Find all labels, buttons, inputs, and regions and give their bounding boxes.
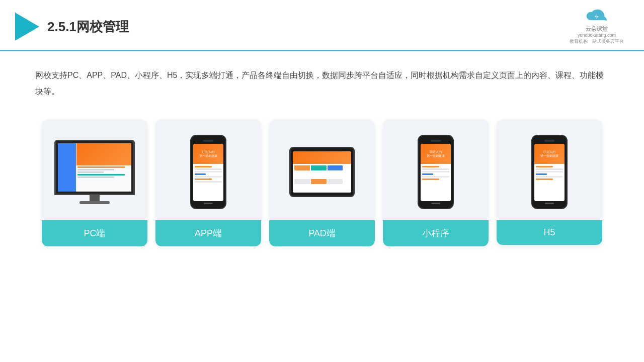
tab-block-3 — [328, 165, 343, 170]
h5-bar-4 — [536, 173, 547, 175]
pc-screen-top — [76, 143, 132, 165]
tab-block-5 — [311, 179, 327, 184]
miniapp-bar-3 — [422, 171, 449, 172]
app-card: 职达人的第一堂刷题课 APP端 — [155, 120, 261, 246]
phone-bar-2 — [195, 168, 222, 170]
pc-screen-bottom — [76, 165, 132, 192]
miniapp-bar-1 — [422, 166, 439, 167]
miniapp-image-area: 职达人的第一堂刷题课 — [383, 120, 489, 220]
h5-image-area: 职达人的第一堂刷题课 — [497, 120, 602, 220]
tablet-screen-bottom — [293, 164, 351, 193]
logo-triangle-icon — [15, 13, 39, 41]
miniapp-screen-top: 职达人的第一堂刷题课 — [421, 144, 451, 164]
h5-phone-screen: 职达人的第一堂刷题课 — [534, 144, 565, 201]
phone-notch — [203, 140, 213, 142]
phone-bar-7 — [195, 181, 222, 183]
miniapp-screen-top-text: 职达人的第一堂刷题课 — [427, 150, 445, 158]
header-right: 云朵课堂 yunduoketang.com 教育机构一站式服务云平台 — [570, 9, 624, 44]
h5-screen-bottom — [534, 164, 565, 201]
phone-screen-top-text: 职达人的第一堂刷题课 — [199, 150, 217, 158]
h5-card: 职达人的第一堂刷题课 H5 — [497, 120, 602, 246]
h5-screen-top: 职达人的第一堂刷题课 — [534, 144, 565, 164]
miniapp-bar-2 — [422, 168, 449, 170]
h5-bar-5 — [536, 176, 563, 177]
miniapp-screen-bottom — [421, 164, 451, 201]
miniapp-bar-5 — [422, 176, 449, 177]
pad-tablet-mockup — [289, 147, 355, 197]
miniapp-label: 小程序 — [383, 220, 489, 246]
pc-screen-content — [58, 143, 131, 192]
phone-bar-5 — [195, 176, 222, 177]
pc-label: PC端 — [42, 220, 147, 246]
phone-bar-6 — [195, 178, 212, 180]
pad-card: PAD端 — [269, 120, 375, 246]
miniapp-bar-4 — [422, 173, 433, 175]
h5-bar-3 — [536, 171, 563, 172]
h5-phone-notch — [544, 140, 554, 142]
miniapp-bar-6 — [422, 178, 439, 180]
pc-content-lines — [76, 165, 132, 179]
phone-bar-1 — [195, 166, 212, 167]
miniapp-phone-screen: 职达人的第一堂刷题课 — [421, 144, 451, 201]
platform-cards: PC端 职达人的第一堂刷题课 — [0, 110, 644, 261]
content-line-5 — [77, 176, 115, 178]
h5-bar-1 — [536, 166, 553, 167]
brand-slogan: 教育机构一站式服务云平台 — [570, 39, 624, 45]
phone-home-button — [204, 203, 213, 204]
h5-bar-6 — [536, 178, 553, 180]
page-header: 2.5.1网校管理 云朵课堂 yunduoketang.com 教育机构一站式服… — [0, 0, 644, 51]
miniapp-home-button — [431, 203, 440, 204]
content-line-4 — [77, 174, 125, 175]
app-image-area: 职达人的第一堂刷题课 — [155, 120, 261, 220]
tab-block-1 — [294, 165, 310, 170]
pc-stand — [90, 195, 100, 201]
pc-mockup — [54, 140, 135, 204]
pc-image-area — [42, 120, 147, 220]
miniapp-card: 职达人的第一堂刷题课 小程序 — [383, 120, 489, 246]
h5-home-button — [545, 203, 554, 204]
brand-name: 云朵课堂 — [586, 25, 608, 33]
app-label: APP端 — [155, 220, 261, 246]
tablet-screen-top — [293, 151, 351, 164]
cloud-logo-icon — [584, 9, 610, 25]
pc-card: PC端 — [42, 120, 147, 246]
pad-label: PAD端 — [269, 220, 375, 246]
brand-logo: 云朵课堂 yunduoketang.com 教育机构一站式服务云平台 — [570, 9, 624, 44]
phone-bar-4 — [195, 173, 206, 175]
content-line-3 — [77, 171, 104, 173]
h5-screen-top-text: 职达人的第一堂刷题课 — [540, 150, 558, 158]
phone-bar-3 — [195, 171, 222, 172]
phone-screen-bottom — [193, 164, 223, 201]
pc-base — [79, 201, 110, 204]
h5-phone-mockup: 职达人的第一堂刷题课 — [531, 135, 568, 209]
brand-domain: yunduoketang.com — [578, 33, 616, 39]
miniapp-phone-mockup: 职达人的第一堂刷题课 — [418, 135, 454, 209]
pad-image-area — [269, 120, 375, 220]
miniapp-phone-notch — [431, 140, 441, 142]
h5-label: H5 — [497, 220, 602, 245]
pad-tablet-screen — [293, 151, 351, 193]
tab-block-2 — [311, 165, 327, 170]
phone-screen-top: 职达人的第一堂刷题课 — [193, 144, 223, 164]
pc-screen-outer — [54, 140, 135, 195]
content-line-2 — [77, 169, 115, 170]
tab-block-6 — [328, 179, 343, 184]
h5-bar-2 — [536, 168, 563, 170]
app-phone-mockup: 职达人的第一堂刷题课 — [190, 135, 226, 209]
app-phone-screen: 职达人的第一堂刷题课 — [193, 144, 223, 201]
content-line-1 — [77, 166, 125, 168]
tab-block-4 — [294, 179, 310, 184]
description-text: 网校支持PC、APP、PAD、小程序、H5，实现多端打通，产品各终端自由切换，数… — [0, 51, 644, 110]
page-title: 2.5.1网校管理 — [47, 18, 129, 36]
header-left: 2.5.1网校管理 — [15, 13, 129, 41]
